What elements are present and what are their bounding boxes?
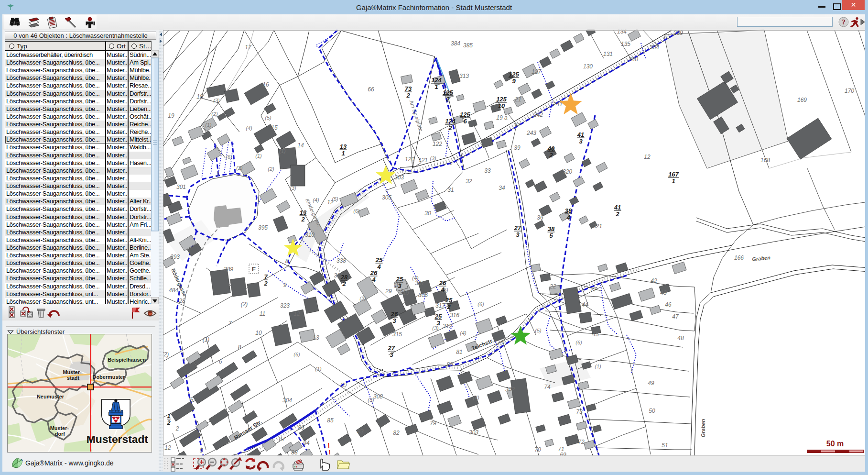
svg-text:122: 122 [433,141,442,147]
svg-text:125: 125 [496,96,507,103]
svg-text:94: 94 [303,440,310,446]
svg-text:169: 169 [797,97,807,103]
svg-text:26: 26 [439,279,446,287]
svg-text:29: 29 [385,288,392,295]
svg-text:41: 41 [614,204,621,211]
svg-text:26: 26 [370,269,378,276]
svg-text:9: 9 [283,282,287,288]
svg-text:166: 166 [734,254,744,261]
svg-text:(2): (2) [236,165,243,171]
svg-text:5: 5 [190,397,194,403]
svg-text:9: 9 [512,77,516,85]
svg-text:312: 312 [443,323,452,330]
svg-text:305: 305 [382,194,391,201]
svg-text:384: 384 [451,40,460,47]
svg-text:(1): (1) [315,366,322,372]
svg-text:125: 125 [443,89,453,96]
svg-text:25: 25 [396,276,403,283]
svg-text:22: 22 [549,283,556,290]
svg-text:1: 1 [217,171,220,177]
svg-text:3: 3 [392,317,396,324]
svg-text:72: 72 [578,439,585,445]
svg-text:135: 135 [621,41,630,47]
svg-text:(2): (2) [211,111,218,117]
svg-text:3: 3 [390,351,393,358]
svg-text:313: 313 [459,73,469,79]
svg-text:320: 320 [563,168,572,175]
svg-text:2: 2 [448,124,452,132]
svg-text:69: 69 [560,452,566,455]
svg-text:19 a: 19 a [496,114,508,121]
svg-text:48: 48 [677,335,684,342]
svg-text:28: 28 [178,298,185,304]
svg-text:2: 2 [301,216,305,223]
svg-text:Muster-: Muster- [50,425,69,431]
svg-text:(4): (4) [246,125,252,131]
svg-text:168: 168 [760,157,770,164]
svg-text:5: 5 [200,447,203,454]
svg-text:1: 1 [434,83,438,90]
svg-text:(5): (5) [498,340,505,345]
svg-text:124: 124 [445,118,456,125]
svg-text:80: 80 [446,361,453,368]
svg-text:13: 13 [340,143,347,150]
svg-text:242: 242 [533,111,543,118]
svg-text:33: 33 [484,167,491,174]
svg-text:12: 12 [293,310,300,317]
svg-text:16: 16 [262,81,269,88]
svg-text:Beispielhausen: Beispielhausen [108,357,146,363]
svg-text:321: 321 [593,223,602,230]
svg-text:(6): (6) [226,154,232,160]
svg-text:(3): (3) [213,98,220,103]
svg-text:2: 2 [263,280,268,287]
svg-text:18: 18 [196,93,203,100]
svg-text:?: ? [842,18,846,26]
svg-text:6: 6 [463,118,467,125]
svg-text:(6): (6) [353,208,360,214]
svg-text:44: 44 [582,301,588,308]
svg-text:38: 38 [565,207,572,214]
svg-text:306: 306 [418,292,428,298]
svg-text:(1): (1) [255,153,262,159]
svg-text:4: 4 [377,263,381,270]
svg-text:Neumuster: Neumuster [37,394,65,399]
svg-text:87: 87 [279,436,286,442]
svg-text:26: 26 [391,310,398,318]
svg-text:2: 2 [549,152,553,159]
svg-text:125: 125 [460,111,470,118]
svg-text:(3): (3) [368,397,374,403]
svg-text:39: 39 [514,144,521,151]
svg-text:F: F [252,265,256,273]
svg-text:3: 3 [579,138,583,145]
svg-text:3: 3 [398,282,401,289]
svg-text:88: 88 [291,449,298,455]
svg-text:316: 316 [450,312,459,319]
svg-text:(6): (6) [477,301,484,307]
svg-text:43: 43 [660,289,667,296]
svg-text:(5): (5) [535,328,542,333]
svg-text:(5): (5) [332,196,338,202]
svg-text:323: 323 [280,302,290,309]
svg-text:45: 45 [592,331,599,338]
svg-text:(5): (5) [265,115,271,121]
svg-text:66: 66 [368,86,374,93]
svg-text:11: 11 [260,310,265,317]
svg-text:Graben: Graben [700,419,706,437]
svg-text:303: 303 [394,174,404,181]
svg-text:79: 79 [430,420,436,427]
svg-text:7: 7 [264,273,268,280]
svg-text:130: 130 [583,63,593,70]
svg-text:240: 240 [628,56,638,63]
svg-text:41: 41 [577,131,584,138]
svg-text:395: 395 [258,224,268,231]
svg-text:(2): (2) [359,296,366,301]
svg-text:2: 2 [175,425,179,432]
svg-text:13: 13 [313,334,319,341]
svg-text:310: 310 [305,232,315,238]
svg-text:304: 304 [282,397,292,404]
svg-text:10: 10 [255,330,262,336]
svg-text:(4): (4) [460,330,467,336]
svg-text:73: 73 [405,85,412,92]
svg-text:47: 47 [672,313,679,320]
svg-text:1: 1 [672,177,675,185]
